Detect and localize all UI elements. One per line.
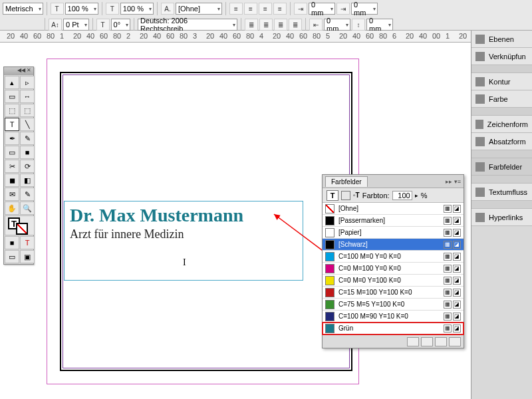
selection-tool[interactable]: ▴ bbox=[5, 76, 19, 89]
justify3-icon[interactable]: ≣ bbox=[274, 19, 287, 31]
swatch-row[interactable]: C=100 M=0 Y=0 K=0▦◪ bbox=[323, 251, 464, 263]
swatch-mode-icon: ◪ bbox=[453, 241, 461, 249]
gap-tool[interactable]: ↔ bbox=[20, 90, 35, 103]
indent2-icon[interactable]: ⇥ bbox=[336, 3, 350, 15]
screen-mode[interactable]: ▭ bbox=[5, 250, 19, 263]
swatch-row[interactable]: [Passermarken]▦◪ bbox=[323, 215, 464, 227]
justify2-icon[interactable]: ≣ bbox=[259, 19, 273, 31]
panel-farbe[interactable]: Farbe bbox=[471, 90, 532, 108]
swatch-name: [Passermarken] bbox=[338, 217, 440, 224]
fill-proxy-icon[interactable]: T bbox=[327, 190, 338, 201]
swatch-row[interactable]: C=15 M=100 Y=100 K=0▦◪ bbox=[323, 287, 464, 299]
rotation-combo[interactable]: 0° bbox=[111, 19, 131, 31]
swatch-row[interactable]: [Papier]▦◪ bbox=[323, 227, 464, 239]
hscale-combo[interactable]: 100 % bbox=[120, 3, 154, 15]
stroke-proxy-icon[interactable] bbox=[341, 191, 350, 200]
swatch-row[interactable]: [Ohne]▦◪ bbox=[323, 203, 464, 215]
justify4-icon[interactable]: ≣ bbox=[289, 19, 302, 31]
page-tool[interactable]: ▭ bbox=[5, 90, 19, 103]
panel-icon bbox=[475, 213, 485, 222]
text-icon[interactable]: T bbox=[51, 3, 64, 15]
transform-tool[interactable]: ⟳ bbox=[20, 160, 35, 173]
direct-selection-tool[interactable]: ▹ bbox=[20, 76, 35, 89]
indent-first[interactable]: 0 mm bbox=[351, 3, 378, 15]
swatch-type-icon: ▦ bbox=[444, 241, 452, 249]
swatch-type-icon: ▦ bbox=[444, 313, 452, 321]
indent-left[interactable]: 0 mm bbox=[309, 3, 335, 15]
container-text-toggle[interactable]: ▫T bbox=[353, 192, 360, 199]
gradient-tool[interactable]: ◼ bbox=[5, 174, 19, 187]
swatch-row[interactable]: [Schwarz]▦◪ bbox=[323, 239, 464, 251]
align-right-icon[interactable]: ≡ bbox=[259, 3, 272, 15]
indent-icon[interactable]: ⇥ bbox=[294, 3, 307, 15]
panel-label: Verknüpfun bbox=[489, 53, 526, 61]
zoom-tool[interactable]: 🔍 bbox=[20, 201, 35, 215]
indent-r-icon[interactable]: ⇤ bbox=[309, 19, 323, 31]
panel-icon bbox=[475, 94, 485, 104]
rectangle-tool[interactable]: ■ bbox=[20, 146, 35, 159]
eyedropper-tool[interactable]: ✎ bbox=[20, 188, 35, 201]
scale-icon[interactable]: T bbox=[106, 3, 119, 15]
text-frame[interactable]: Dr. Max Mustermann Arzt für innere Mediz… bbox=[64, 201, 303, 281]
justify1-icon[interactable]: ≣ bbox=[245, 19, 258, 31]
new-swatch2-button[interactable] bbox=[421, 337, 433, 346]
tools-panel[interactable]: ◀◀ ✕ ▴ ▹ ▭ ↔ ⬚ ⬚ T ╲ ✒ ✎ ▭ ■ ✂ ⟳ ◼ ◧ ✉ ✎… bbox=[3, 66, 34, 265]
swatch-row[interactable]: Grün▦◪ bbox=[323, 323, 464, 334]
new-swatch-button[interactable] bbox=[407, 337, 419, 346]
swatch-name: C=15 M=100 Y=100 K=0 bbox=[338, 289, 440, 296]
char-style-icon[interactable]: A. bbox=[161, 3, 174, 15]
align-center-icon[interactable]: ≡ bbox=[244, 3, 257, 15]
swatches-panel[interactable]: Farbfelder ▸▸ ▾≡ T ▫T Farbton: ▸ % [Ohne… bbox=[322, 174, 464, 348]
scissors-tool[interactable]: ✂ bbox=[5, 160, 19, 173]
delete-swatch-button[interactable] bbox=[449, 337, 461, 346]
panel-hyperlinks[interactable]: Hyperlinks bbox=[471, 209, 532, 226]
panel-icon bbox=[475, 188, 485, 197]
space-before-icon[interactable]: ↕ bbox=[352, 19, 365, 31]
space-before[interactable]: 0 mm bbox=[366, 19, 393, 31]
gradient-feather-tool[interactable]: ◧ bbox=[20, 174, 35, 187]
indent-right[interactable]: 0 mm bbox=[324, 19, 350, 31]
line-tool[interactable]: ╲ bbox=[20, 118, 35, 131]
swatch-row[interactable]: C=0 M=100 Y=0 K=0▦◪ bbox=[323, 263, 464, 275]
panel-menu-icon[interactable]: ▸▸ ▾≡ bbox=[446, 178, 461, 185]
panel-zeichenform[interactable]: Zeichenform bbox=[471, 116, 532, 133]
panel-kontur[interactable]: Kontur bbox=[471, 73, 532, 90]
panel-textumfluss[interactable]: Textumfluss bbox=[471, 184, 532, 201]
swatch-row[interactable]: C=75 M=5 Y=100 K=0▦◪ bbox=[323, 299, 464, 311]
content-place-tool[interactable]: ⬚ bbox=[20, 104, 35, 117]
hand-tool[interactable]: ✋ bbox=[5, 201, 19, 215]
content-tool[interactable]: ⬚ bbox=[5, 104, 19, 117]
rotation-icon[interactable]: T bbox=[96, 19, 110, 31]
panel-icon bbox=[475, 120, 483, 129]
note-tool[interactable]: ✉ bbox=[5, 188, 19, 201]
font-size-combo[interactable]: 100 % bbox=[65, 3, 98, 15]
title-text[interactable]: Dr. Max Mustermann bbox=[70, 205, 297, 226]
pencil-tool[interactable]: ✎ bbox=[20, 132, 35, 145]
metrics-combo[interactable]: Metrisch bbox=[3, 3, 43, 15]
fill-stroke-proxy[interactable]: T bbox=[5, 215, 35, 235]
apply-text[interactable]: T bbox=[20, 236, 35, 249]
new-swatch3-button[interactable] bbox=[435, 337, 447, 346]
panel-verknüpfun[interactable]: Verknüpfun bbox=[471, 48, 532, 65]
preview-mode[interactable]: ▣ bbox=[20, 250, 35, 263]
apply-color[interactable]: ■ bbox=[5, 236, 19, 249]
rectangle-frame-tool[interactable]: ▭ bbox=[5, 146, 19, 159]
swatch-row[interactable]: C=0 M=0 Y=100 K=0▦◪ bbox=[323, 275, 464, 287]
align-justify-icon[interactable]: ≡ bbox=[273, 3, 287, 15]
panel-ebenen[interactable]: Ebenen bbox=[471, 31, 532, 48]
leading-combo[interactable]: 0 Pt bbox=[63, 19, 89, 31]
swatch-row[interactable]: C=100 M=90 Y=10 K=0▦◪ bbox=[323, 311, 464, 323]
panel-farbfelder[interactable]: Farbfelder bbox=[471, 158, 532, 176]
panel-absatzform[interactable]: Absatzform bbox=[471, 133, 532, 150]
language-combo[interactable]: Deutsch: 2006 Rechtschreib bbox=[138, 19, 237, 31]
subtitle-text[interactable]: Arzt für innere Medizin bbox=[70, 227, 297, 241]
type-tool[interactable]: T bbox=[5, 118, 19, 131]
align-left-icon[interactable]: ≡ bbox=[229, 3, 243, 15]
pen-tool[interactable]: ✒ bbox=[5, 132, 19, 145]
swatches-tab[interactable]: Farbfelder bbox=[325, 176, 368, 187]
char-style-combo[interactable]: [Ohne] bbox=[176, 3, 222, 15]
leading-icon[interactable]: A↕ bbox=[49, 19, 62, 31]
tools-header[interactable]: ◀◀ ✕ bbox=[4, 67, 33, 75]
swatches-list[interactable]: [Ohne]▦◪[Passermarken]▦◪[Papier]▦◪[Schwa… bbox=[323, 203, 464, 334]
tint-input[interactable] bbox=[392, 191, 412, 200]
